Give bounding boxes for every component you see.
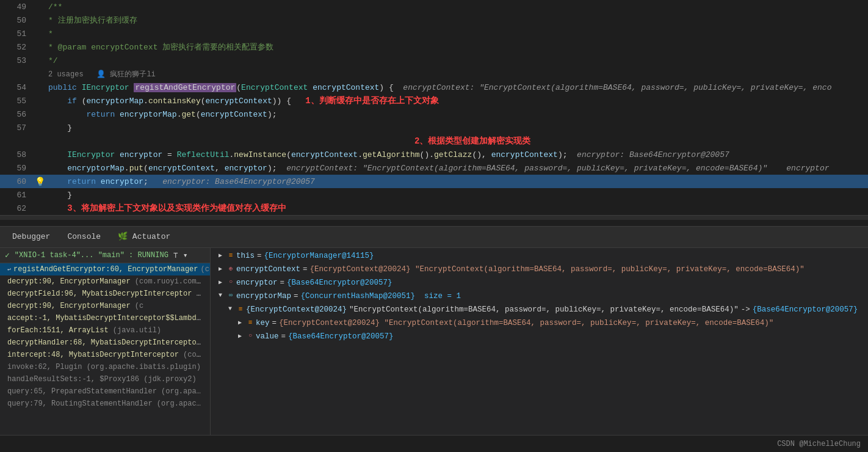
expand-icon: ▼ xyxy=(215,292,225,299)
expand-icon: ▶ xyxy=(215,252,225,259)
code-line-59: 59 encryptorMap.put(encryptContext, encr… xyxy=(0,161,868,175)
code-line-61: 61 } xyxy=(0,188,868,202)
tab-console[interactable]: Console xyxy=(60,230,108,245)
debugger-panel: Debugger Console 🌿 Actuator ✓ "XNIO-1 ta… xyxy=(0,226,868,435)
dropdown-icon[interactable]: ▾ xyxy=(183,250,188,260)
var-map-entry[interactable]: ▼ ≡ {EncryptContext@20024} "EncryptConte… xyxy=(211,304,868,318)
bulb-icon: 💡 xyxy=(35,177,45,187)
stack-frame-4[interactable]: accept:-1, MybatisDecryptInterceptor$$La… xyxy=(0,312,210,324)
debugger-tabs: Debugger Console 🌿 Actuator xyxy=(0,227,868,248)
stack-frame-8[interactable]: invoke:62, Plugin (org.apache.ibatis.plu… xyxy=(0,361,210,373)
stack-frame-5[interactable]: forEach:1511, ArrayList (java.util) xyxy=(0,324,210,337)
stack-frame-1[interactable]: decrypt:90, EncryptorManager (com.ruoyi.… xyxy=(0,275,210,288)
var-icon-obj: ○ xyxy=(245,332,256,339)
editor-scrollbar[interactable] xyxy=(0,215,868,220)
code-editor: 49 /** 50 * 注册加密执行者到缓存 51 * 52 * @param … xyxy=(0,0,868,226)
annotation-line-2: 2、根据类型创建加解密实现类 xyxy=(0,134,868,148)
annotation-line-3: 62 3、将加解密上下文对象以及实现类作为键值对存入缓存中 xyxy=(0,202,868,215)
stack-frame-0[interactable]: ↩ registAndGetEncryptor:60, EncryptorMan… xyxy=(0,263,210,275)
code-line-54: 54 public IEncryptor registAndGetEncrypt… xyxy=(0,81,868,94)
stack-frame-2[interactable]: decryptField:96, MybatisDecryptIntercept… xyxy=(0,288,210,300)
code-line-53: 53 */ xyxy=(0,54,868,67)
expand-icon: ▶ xyxy=(215,265,225,272)
var-encryptormap[interactable]: ▼ ∞ encryptorMap = {ConcurrentHashMap@20… xyxy=(211,291,868,304)
code-line-60: 60 💡 return encryptor; encryptor: Base64… xyxy=(0,175,868,188)
code-line-56: 56 return encryptorMap.get(encryptContex… xyxy=(0,108,868,121)
code-line-51: 51 * xyxy=(0,27,868,40)
thread-header: ✓ "XNIO-1 task-4"... "main" : RUNNING ⊤ … xyxy=(0,248,210,263)
code-line-57: 57 } xyxy=(0,121,868,134)
variables-panel: ▶ ≡ this = {EncryptorManager@14115} ▶ ⊕ … xyxy=(211,248,868,435)
usages-row: 2 usages 👤 疯狂的狮子li xyxy=(0,67,868,81)
var-icon-list: ≡ xyxy=(225,252,236,259)
expand-icon: ▶ xyxy=(215,279,225,286)
var-key[interactable]: ▶ ≡ key = {EncryptContext@20024} "Encryp… xyxy=(211,318,868,331)
code-lines: 49 /** 50 * 注册加密执行者到缓存 51 * 52 * @param … xyxy=(0,0,868,215)
stack-frame-9[interactable]: handleResultSets:-1, $Proxy186 (jdk.prox… xyxy=(0,373,210,385)
var-encryptor[interactable]: ▶ ○ encryptor = {Base64Encryptor@20057} xyxy=(211,277,868,291)
filter-icon[interactable]: ⊤ xyxy=(173,250,178,260)
var-icon-list: ≡ xyxy=(235,305,246,313)
frame-arrow: ↩ xyxy=(7,266,11,273)
stack-panel: ✓ "XNIO-1 task-4"... "main" : RUNNING ⊤ … xyxy=(0,248,211,435)
check-icon: ✓ xyxy=(5,250,10,260)
code-line-58: 58 IEncryptor encryptor = ReflectUtil.ne… xyxy=(0,148,868,161)
code-line-52: 52 * @param encryptContext 加密执行者需要的相关配置参… xyxy=(0,40,868,54)
expand-icon: ▶ xyxy=(235,319,245,326)
tab-debugger[interactable]: Debugger xyxy=(5,230,57,245)
code-line-50: 50 * 注册加密执行者到缓存 xyxy=(0,13,868,27)
expand-icon: ▶ xyxy=(235,332,245,340)
thread-name: "XNIO-1 task-4"... "main" : RUNNING xyxy=(15,251,168,260)
var-encryptcontext[interactable]: ▶ ⊕ encryptContext = {EncryptContext@200… xyxy=(211,264,868,277)
var-icon-inf: ∞ xyxy=(225,292,236,299)
credit-text: CSDN @MichelleChung xyxy=(777,440,861,448)
var-value[interactable]: ▶ ○ value = {Base64Encryptor@20057} xyxy=(211,331,868,344)
stack-frame-3[interactable]: decrypt:90, EncryptorManager (c xyxy=(0,300,210,312)
stack-frame-10[interactable]: query:65, PreparedStatementHandler (org.… xyxy=(0,385,210,398)
code-line-49: 49 /** xyxy=(0,0,868,13)
debugger-content: ✓ "XNIO-1 task-4"... "main" : RUNNING ⊤ … xyxy=(0,248,868,435)
tab-actuator[interactable]: 🌿 Actuator xyxy=(110,229,178,245)
var-this[interactable]: ▶ ≡ this = {EncryptorManager@14115} xyxy=(211,250,868,264)
var-icon-list: ≡ xyxy=(245,319,256,326)
stack-frame-6[interactable]: decryptHandler:68, MybatisDecryptInterce… xyxy=(0,337,210,349)
stack-frame-11[interactable]: query:79, RoutingStatementHandler (org.a… xyxy=(0,398,210,410)
var-icon-obj: ○ xyxy=(225,279,236,285)
footer: CSDN @MichelleChung xyxy=(0,435,868,452)
var-icon-ref: ⊕ xyxy=(225,265,236,272)
expand-icon: ▼ xyxy=(225,305,235,312)
code-line-55: 55 if (encryptorMap.containsKey(encryptC… xyxy=(0,94,868,108)
stack-frame-7[interactable]: intercept:48, MybatisDecryptInterceptor … xyxy=(0,349,210,361)
